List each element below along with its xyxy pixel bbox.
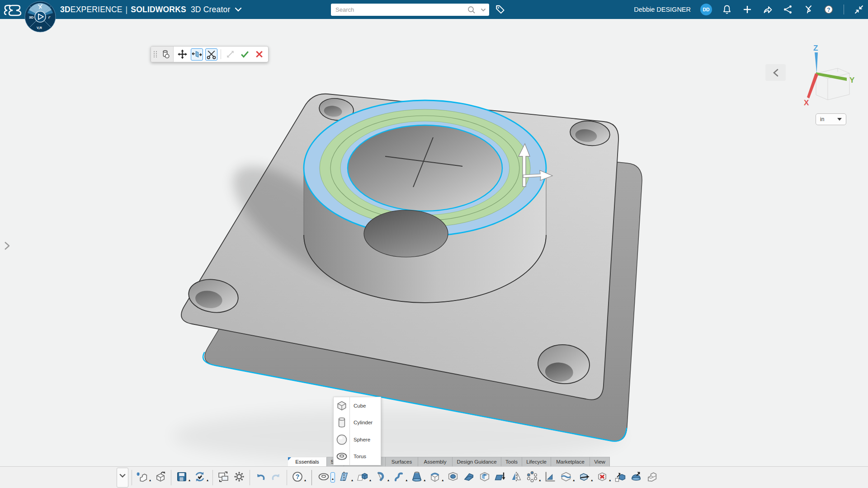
- tab-surfaces[interactable]: Surfaces: [386, 457, 418, 466]
- copy-body-button[interactable]: [159, 48, 171, 61]
- avatar[interactable]: DD: [700, 4, 712, 15]
- 3d-viewport[interactable]: [0, 0, 868, 488]
- move-button[interactable]: [176, 48, 189, 61]
- dropdown-arrow-icon[interactable]: ▴: [304, 479, 306, 482]
- people-icon[interactable]: [803, 4, 814, 15]
- toolbar-collapse-button[interactable]: [117, 468, 128, 488]
- dropdown-arrow-icon[interactable]: ▴: [591, 479, 593, 482]
- tab-essentials[interactable]: Essentials: [288, 457, 327, 466]
- revolve-button[interactable]: ▴: [373, 469, 390, 487]
- torus-primitive-button[interactable]: ▴: [316, 469, 336, 487]
- right-panel-expander[interactable]: [765, 64, 786, 81]
- tab-tools[interactable]: Tools: [501, 457, 522, 466]
- split-button[interactable]: ▴: [559, 469, 576, 487]
- move-body-button[interactable]: ▴: [577, 469, 594, 487]
- tab-marketplace[interactable]: Marketplace: [551, 457, 590, 466]
- confirm-button[interactable]: [239, 48, 251, 61]
- dropdown-arrow-icon[interactable]: ▴: [387, 479, 389, 482]
- fillet-button[interactable]: ▴: [428, 469, 444, 487]
- tab-design-guidance[interactable]: Design Guidance: [453, 457, 501, 466]
- mirror-button[interactable]: [509, 469, 524, 487]
- redo-button[interactable]: [269, 469, 283, 487]
- sync-button[interactable]: ▴: [193, 469, 209, 487]
- drag-handle-icon[interactable]: [153, 51, 158, 57]
- extrude-button[interactable]: ▴: [355, 469, 372, 487]
- dropdown-arrow-icon[interactable]: ▴: [539, 479, 541, 482]
- primitive-flyout-menu: CubeCylinderSphereTorus: [333, 397, 381, 465]
- dropdown-arrow-icon[interactable]: ▴: [189, 479, 190, 482]
- dropdown-arrow-icon[interactable]: ▴: [424, 479, 425, 482]
- dropdown-arrow-icon[interactable]: ▴: [406, 479, 407, 482]
- add-icon[interactable]: [742, 4, 753, 15]
- left-panel-expander[interactable]: [2, 240, 13, 252]
- sketch-plane-button[interactable]: ▴: [337, 469, 354, 487]
- extrude-icon: [356, 470, 369, 484]
- dropdown-arrow-icon[interactable]: ▴: [330, 472, 335, 483]
- toolbar-divider: [171, 470, 171, 485]
- tab-view[interactable]: View: [590, 457, 610, 466]
- z-axis-label: Z: [813, 44, 818, 52]
- revolve-icon: [374, 470, 387, 484]
- hole-button[interactable]: [446, 469, 460, 487]
- trim-button[interactable]: [205, 48, 217, 61]
- dropdown-arrow-icon[interactable]: ▴: [573, 479, 575, 482]
- loft-button[interactable]: ▴: [410, 469, 426, 487]
- bore-interior[interactable]: [348, 125, 502, 211]
- 3dexperience-compass-icon[interactable]: 3D i' V,R: [24, 1, 56, 33]
- tag-icon[interactable]: [494, 3, 507, 16]
- tab-lifecycle[interactable]: Lifecycle: [522, 457, 551, 466]
- dropdown-arrow-icon[interactable]: ▴: [351, 479, 353, 482]
- chamfer-button[interactable]: [462, 469, 476, 487]
- sync-icon: [193, 470, 206, 484]
- primitive-menu-item-cylinder[interactable]: Cylinder: [334, 414, 381, 432]
- tab-assembly[interactable]: Assembly: [418, 457, 453, 466]
- orientation-triad[interactable]: Z Y X: [802, 43, 859, 111]
- save-button[interactable]: ▴: [175, 469, 191, 487]
- share-icon[interactable]: [762, 4, 773, 15]
- undo-button[interactable]: [253, 469, 268, 487]
- primitive-menu-item-sphere[interactable]: Sphere: [334, 431, 381, 448]
- search-options-chevron-icon[interactable]: [477, 8, 489, 12]
- scale-body-button[interactable]: [613, 469, 627, 487]
- sweep-button[interactable]: ▴: [392, 469, 408, 487]
- delete-body-button[interactable]: ▴: [595, 469, 612, 487]
- dropdown-arrow-icon[interactable]: ▴: [442, 479, 443, 482]
- dropdown-arrow-icon[interactable]: ▴: [369, 479, 371, 482]
- expand-button[interactable]: [224, 48, 236, 61]
- help-icon[interactable]: ?: [823, 4, 834, 15]
- app-title[interactable]: 3DEXPERIENCE | SOLIDWORKS 3D Creator: [60, 0, 242, 19]
- swap-windows-button[interactable]: [216, 469, 231, 487]
- user-name[interactable]: Debbie DESIGNER: [634, 6, 691, 13]
- body-button[interactable]: [645, 469, 659, 487]
- through-hole[interactable]: [364, 210, 448, 257]
- dropdown-arrow-icon[interactable]: ▴: [609, 479, 611, 482]
- move-face-button[interactable]: [493, 469, 508, 487]
- dome-button[interactable]: [629, 469, 643, 487]
- settings-button[interactable]: [232, 469, 246, 487]
- cancel-button[interactable]: [253, 48, 265, 61]
- rib-button[interactable]: [543, 469, 557, 487]
- shell-button[interactable]: [477, 469, 492, 487]
- 3ds-logo-icon[interactable]: [4, 3, 22, 17]
- units-dropdown[interactable]: in: [816, 113, 846, 125]
- search-icon[interactable]: [466, 6, 477, 14]
- help-button[interactable]: ?▴: [290, 469, 307, 487]
- title-divider: |: [126, 5, 128, 14]
- bell-icon[interactable]: [722, 4, 732, 15]
- flip-direction-button[interactable]: [191, 48, 203, 61]
- loft-icon: [410, 470, 423, 484]
- search-input[interactable]: [331, 6, 466, 13]
- new-part-button[interactable]: ▴: [135, 469, 152, 487]
- dropdown-arrow-icon[interactable]: ▴: [149, 479, 151, 482]
- chevron-down-icon[interactable]: [235, 7, 242, 12]
- pattern-button[interactable]: ▴: [525, 469, 542, 487]
- dropdown-arrow-icon[interactable]: ▴: [207, 479, 208, 482]
- primitive-menu-item-torus[interactable]: Torus: [334, 448, 381, 465]
- open-part-button[interactable]: [153, 469, 168, 487]
- x-axis: [807, 73, 818, 99]
- share-nodes-icon[interactable]: [783, 4, 793, 15]
- z-axis: [815, 52, 818, 74]
- search-box[interactable]: [331, 4, 489, 16]
- collapse-icon[interactable]: [854, 4, 864, 15]
- primitive-menu-item-cube[interactable]: Cube: [334, 397, 381, 414]
